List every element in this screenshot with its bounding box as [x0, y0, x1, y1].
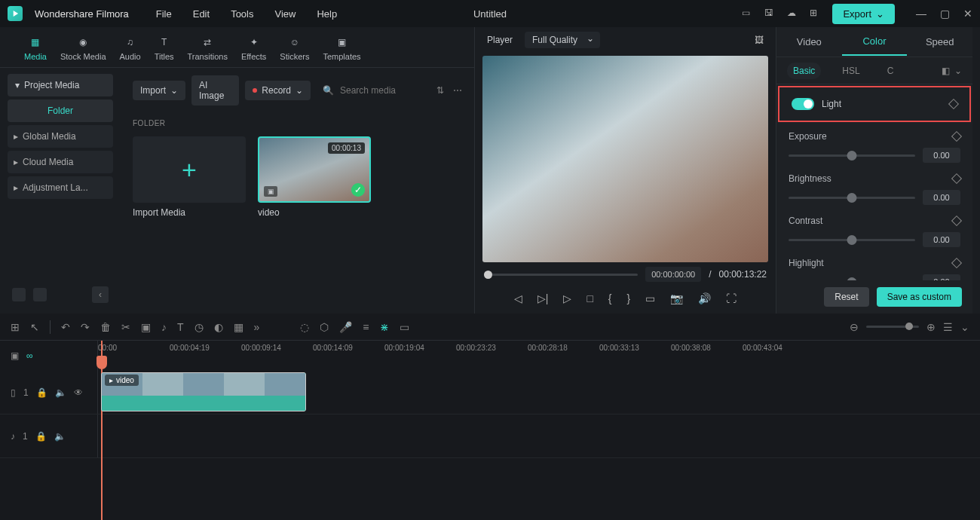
mark-in-icon[interactable]: { — [608, 292, 612, 304]
prop-tab-speed[interactable]: Speed — [907, 29, 972, 55]
mic-icon[interactable]: 🎤 — [339, 321, 352, 333]
slider-value[interactable]: 0.00 — [923, 148, 960, 163]
menu-edit[interactable]: Edit — [193, 8, 210, 20]
timeline-clip[interactable]: ▸video — [101, 372, 306, 411]
preview-viewport[interactable] — [482, 56, 768, 262]
save-icon[interactable]: 🖫 — [764, 8, 776, 20]
ai-image-button[interactable]: AI Image — [191, 75, 239, 106]
compare-icon[interactable]: ◧ — [942, 66, 950, 76]
prev-frame-icon[interactable]: ◁ — [514, 292, 522, 304]
prop-tab-color[interactable]: Color — [842, 28, 908, 56]
tab-templates[interactable]: ▣Templates — [323, 34, 360, 61]
delete-icon[interactable]: 🗑 — [100, 321, 111, 333]
slider-track[interactable] — [789, 239, 915, 241]
undo-icon[interactable]: ↶ — [61, 321, 70, 333]
fullscreen-icon[interactable]: ⛶ — [726, 292, 737, 304]
slider-value[interactable]: 0.00 — [923, 232, 960, 247]
menu-view[interactable]: View — [274, 8, 296, 20]
crop-icon[interactable]: ▣ — [141, 321, 151, 333]
more-tools-icon[interactable]: » — [254, 321, 260, 333]
export-button[interactable]: Export⌄ — [832, 4, 895, 24]
mute-icon[interactable]: 🔈 — [54, 431, 66, 442]
snapshot-icon[interactable]: 🖼 — [755, 35, 764, 45]
redo-icon[interactable]: ↷ — [81, 321, 90, 333]
subtab-c[interactable]: C — [881, 63, 900, 79]
reset-button[interactable]: Reset — [824, 287, 868, 307]
import-button[interactable]: Import⌄ — [133, 81, 185, 100]
tl-view-icon[interactable]: ☰ — [943, 321, 953, 333]
bin-icon[interactable] — [33, 288, 47, 301]
lock-icon[interactable]: 🔒 — [35, 431, 47, 442]
more-icon[interactable]: ⋯ — [453, 85, 462, 96]
sidebar-project-media[interactable]: ▾Project Media — [8, 74, 113, 96]
lock-icon[interactable]: 🔒 — [36, 387, 47, 398]
camera-icon[interactable]: 📷 — [670, 292, 683, 304]
color-icon[interactable]: ◐ — [214, 321, 223, 333]
slider-value[interactable]: 0.00 — [923, 274, 960, 280]
mask-icon[interactable]: ▦ — [234, 321, 243, 333]
close-button[interactable]: ✕ — [963, 8, 972, 20]
ratio-icon[interactable]: ▭ — [400, 321, 409, 333]
marker-dot-icon[interactable]: ◌ — [300, 321, 309, 333]
mark-out-icon[interactable]: } — [627, 292, 631, 304]
keyframe-icon[interactable] — [951, 131, 962, 142]
save-custom-button[interactable]: Save as custom — [877, 287, 962, 307]
tl-pointer-icon[interactable]: ↖ — [30, 321, 39, 333]
keyframe-icon[interactable] — [951, 216, 962, 226]
zoom-out-icon[interactable]: ⊖ — [850, 321, 859, 333]
tab-transitions[interactable]: ⇄Transitions — [188, 34, 228, 61]
tab-effects[interactable]: ✦Effects — [241, 34, 266, 61]
maximize-button[interactable]: ▢ — [940, 8, 950, 20]
stop-icon[interactable]: □ — [586, 292, 593, 304]
menu-file[interactable]: File — [156, 8, 172, 20]
cut-icon[interactable]: ✂ — [121, 321, 130, 333]
mute-icon[interactable]: 🔈 — [55, 387, 66, 398]
subtab-basic[interactable]: Basic — [787, 63, 821, 79]
slider-track[interactable] — [789, 154, 915, 157]
speed-icon[interactable]: ◷ — [194, 321, 204, 333]
menu-help[interactable]: Help — [317, 8, 337, 20]
prop-tab-video[interactable]: Video — [776, 29, 842, 55]
keyframe-icon[interactable] — [948, 99, 959, 109]
new-folder-icon[interactable] — [12, 288, 26, 301]
subtab-hsl[interactable]: HSL — [836, 63, 865, 79]
timeline-ruler[interactable]: 00:0000:00:04:1900:00:09:1400:00:14:0900… — [98, 341, 980, 371]
play-icon[interactable]: ▷ — [563, 292, 571, 304]
tl-grid-icon[interactable]: ⊞ — [11, 321, 20, 333]
search-input[interactable] — [340, 85, 430, 96]
zoom-slider[interactable] — [866, 326, 919, 328]
tab-media[interactable]: ▦Media — [24, 34, 47, 61]
menu-tools[interactable]: Tools — [231, 8, 253, 20]
music-icon[interactable]: ♪ — [161, 321, 167, 333]
tl-link-icon[interactable]: ∞ — [26, 350, 33, 361]
light-toggle[interactable] — [792, 98, 814, 110]
play-preview-icon[interactable]: ▷| — [537, 292, 549, 304]
text-icon[interactable]: T — [177, 321, 184, 333]
eye-icon[interactable]: 👁 — [74, 387, 83, 398]
shield-icon[interactable]: ⬡ — [320, 321, 329, 333]
sidebar-adjustment[interactable]: ▸Adjustment La... — [8, 176, 113, 199]
device-icon[interactable]: ▭ — [742, 8, 754, 20]
tl-settings-icon[interactable]: ⌄ — [960, 321, 969, 333]
video-thumbnail[interactable]: 00:00:13 ▣ ✓ — [258, 136, 371, 203]
chevron-down-icon[interactable]: ⌄ — [954, 66, 962, 76]
preview-scrubber[interactable] — [484, 274, 638, 276]
tab-audio[interactable]: ♫Audio — [120, 34, 141, 61]
quality-dropdown[interactable]: Full Quality — [525, 32, 600, 48]
magnet-icon[interactable]: ⋇ — [380, 321, 389, 333]
import-media-card[interactable]: + — [133, 136, 246, 203]
tab-stock[interactable]: ◉Stock Media — [60, 34, 106, 61]
minimize-button[interactable]: — — [916, 8, 926, 20]
collapse-sidebar-icon[interactable]: ‹ — [92, 286, 109, 303]
mixer-icon[interactable]: ≡ — [363, 321, 369, 333]
sidebar-folder[interactable]: Folder — [8, 99, 113, 122]
grid-icon[interactable]: ⊞ — [810, 8, 822, 20]
filter-icon[interactable]: ⇅ — [436, 85, 444, 96]
record-button[interactable]: Record⌄ — [245, 81, 311, 100]
volume-icon[interactable]: 🔊 — [698, 292, 711, 304]
keyframe-icon[interactable] — [951, 258, 962, 268]
slider-track[interactable] — [789, 197, 915, 199]
sidebar-global-media[interactable]: ▸Global Media — [8, 125, 113, 148]
tab-titles[interactable]: TTitles — [155, 34, 174, 61]
keyframe-icon[interactable] — [951, 173, 962, 184]
